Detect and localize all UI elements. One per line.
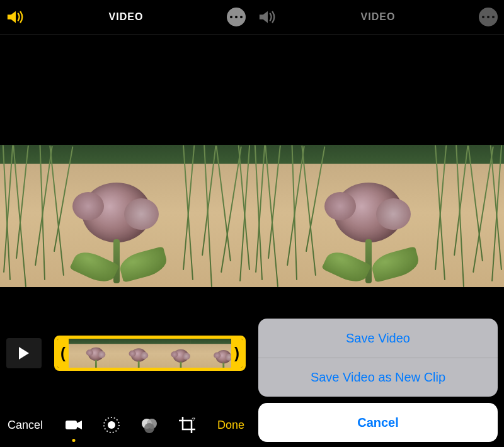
trim-timeline-row: ( ) — [0, 334, 252, 373]
adjust-tool-icon[interactable] — [101, 414, 122, 436]
trim-handle-left[interactable]: ( — [57, 339, 69, 368]
timeline-thumbnails[interactable] — [69, 339, 231, 368]
crop-rotate-tool-icon[interactable] — [176, 414, 198, 436]
trim-timeline[interactable]: ( ) — [54, 336, 246, 371]
editor-screen-left: VIDEO ( ) — [0, 0, 252, 447]
action-sheet-cancel[interactable]: Cancel — [258, 403, 498, 442]
save-video-new-clip-option[interactable]: Save Video as New Clip — [258, 358, 498, 397]
action-sheet-options: Save Video Save Video as New Clip — [258, 319, 498, 397]
svg-point-5 — [144, 423, 154, 433]
svg-rect-0 — [66, 421, 77, 429]
save-video-option[interactable]: Save Video — [258, 319, 498, 358]
video-tool-icon[interactable] — [63, 414, 84, 436]
more-options-button[interactable] — [227, 8, 246, 26]
play-button[interactable] — [6, 338, 42, 368]
done-button[interactable]: Done — [217, 419, 244, 432]
filters-tool-icon[interactable] — [139, 414, 160, 436]
video-preview[interactable] — [0, 145, 252, 287]
editor-screen-right: VIDEO Save Video Save Video as New Clip … — [252, 0, 504, 447]
svg-point-2 — [108, 421, 115, 429]
save-action-sheet: Save Video Save Video as New Clip Cancel — [258, 319, 498, 442]
editor-toolbar: Cancel Done — [0, 403, 252, 447]
cancel-button[interactable]: Cancel — [8, 419, 43, 432]
editor-top-bar: VIDEO — [0, 0, 252, 35]
letterbox-top — [0, 35, 252, 145]
trim-handle-right[interactable]: ) — [231, 339, 243, 368]
video-content-flower — [0, 145, 252, 287]
volume-icon[interactable] — [6, 9, 25, 25]
editor-title: VIDEO — [109, 11, 144, 23]
